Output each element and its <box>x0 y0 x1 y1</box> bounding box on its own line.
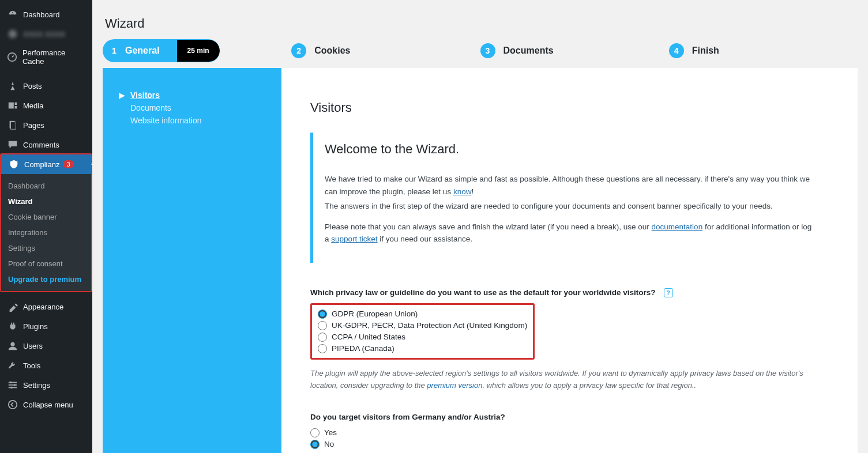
support-ticket-link[interactable]: support ticket <box>331 235 377 243</box>
sidebar-item-comments[interactable]: Comments <box>0 135 92 154</box>
radio-label: Yes <box>324 428 337 437</box>
radio-label: UK-GDPR, PECR, Data Protection Act (Unit… <box>332 321 527 330</box>
radio-input[interactable] <box>318 333 327 342</box>
wizard-subnav: ▶ Visitors Documents Website information <box>103 68 281 453</box>
sidebar-label: Performance Cache <box>22 48 85 66</box>
sidebar-item-collapse[interactable]: Collapse menu <box>0 395 92 414</box>
welcome-title: Welcome to the Wizard. <box>325 142 815 157</box>
sidebar-label: Tools <box>23 361 40 370</box>
collapse-icon <box>7 399 18 410</box>
radio-label: CCPA / United States <box>332 333 405 341</box>
sidebar-label: Pages <box>23 121 44 130</box>
sidebar-item-performance[interactable]: Performance Cache <box>0 44 92 70</box>
radio-ukgdpr[interactable]: UK-GDPR, PECR, Data Protection Act (Unit… <box>318 320 527 331</box>
svg-point-14 <box>9 401 17 409</box>
sidebar-item-posts[interactable]: Posts <box>0 76 92 96</box>
step-documents[interactable]: 3 Documents <box>480 43 669 58</box>
svg-rect-2 <box>9 103 14 109</box>
submenu-dashboard[interactable]: Dashboard <box>1 178 91 194</box>
step-label: General <box>122 46 171 56</box>
submenu-integrations[interactable]: Integrations <box>1 225 91 240</box>
subnav-website-info[interactable]: Website information <box>119 114 265 127</box>
radio-input[interactable] <box>310 428 320 437</box>
sidebar-item-blurred[interactable]: XXXX XXXX <box>0 24 92 44</box>
welcome-p1: We have tried to make our Wizard as simp… <box>325 173 815 198</box>
help-icon[interactable]: ? <box>664 288 673 297</box>
chevron-right-icon: ▶ <box>119 90 127 100</box>
subnav-visitors[interactable]: ▶ Visitors <box>119 89 265 101</box>
subnav-label: Visitors <box>130 90 160 100</box>
welcome-p3: Please note that you can always save and… <box>325 221 815 246</box>
wizard-content: Visitors Welcome to the Wizard. We have … <box>281 68 858 453</box>
germany-options: Yes No <box>310 427 829 450</box>
privacy-law-hint: The plugin will apply the above-selected… <box>310 368 829 392</box>
step-number: 4 <box>669 43 684 58</box>
svg-point-11 <box>10 382 12 384</box>
radio-gdpr[interactable]: GDPR (European Union) <box>318 308 527 320</box>
submenu-wizard[interactable]: Wizard <box>1 194 91 209</box>
radio-input[interactable] <box>318 344 327 353</box>
radio-label: No <box>324 440 334 448</box>
svg-point-7 <box>10 342 14 346</box>
radio-input[interactable] <box>310 440 320 449</box>
sidebar-item-dashboard[interactable]: Dashboard <box>0 5 92 24</box>
wizard-steps: 1 General 25 min 2 Cookies 3 Documents 4… <box>103 39 858 62</box>
shield-icon <box>8 159 20 169</box>
know-link[interactable]: know <box>453 187 472 196</box>
submenu-settings[interactable]: Settings <box>1 240 91 256</box>
sidebar-label: Plugins <box>23 322 48 331</box>
radio-ccpa[interactable]: CCPA / United States <box>318 331 527 343</box>
step-number: 1 <box>107 43 122 58</box>
subnav-documents[interactable]: Documents <box>119 101 265 114</box>
radio-yes[interactable]: Yes <box>310 427 829 439</box>
sidebar-label: Posts <box>23 82 42 90</box>
sidebar-item-plugins[interactable]: Plugins <box>0 316 92 336</box>
step-label: Cookies <box>314 46 350 56</box>
svg-point-12 <box>14 384 16 386</box>
submenu-proof[interactable]: Proof of consent <box>1 256 91 271</box>
radio-label: PIPEDA (Canada) <box>332 344 394 353</box>
svg-rect-6 <box>10 122 16 130</box>
radio-input[interactable] <box>318 309 327 319</box>
sidebar-label: XXXX XXXX <box>23 30 65 39</box>
content-heading: Visitors <box>310 100 829 115</box>
radio-pipeda[interactable]: PIPEDA (Canada) <box>318 343 527 354</box>
sidebar-item-users[interactable]: Users <box>0 336 92 356</box>
privacy-law-options: GDPR (European Union) UK-GDPR, PECR, Dat… <box>310 303 535 360</box>
sidebar-item-appearance[interactable]: Appearance <box>0 297 92 316</box>
complianz-submenu: Dashboard Wizard Cookie banner Integrati… <box>1 174 91 291</box>
sidebar-label: Appearance <box>23 303 63 311</box>
sidebar-label: Media <box>23 101 43 110</box>
sidebar-label: Settings <box>23 381 50 390</box>
sidebar-label: Dashboard <box>23 10 60 19</box>
submenu-upgrade[interactable]: Upgrade to premium <box>1 271 91 287</box>
sidebar-label: Collapse menu <box>23 401 73 409</box>
sidebar-label: Comments <box>23 141 59 149</box>
radio-label: GDPR (European Union) <box>332 309 418 318</box>
welcome-box: Welcome to the Wizard. We have tried to … <box>310 133 829 263</box>
highlight-complianz: Complianz 3 Dashboard Wizard Cookie bann… <box>0 153 92 292</box>
sidebar-item-complianz[interactable]: Complianz 3 <box>1 154 91 174</box>
question-germany: Do you target visitors from Germany and/… <box>310 413 829 421</box>
sidebar-item-media[interactable]: Media <box>0 96 92 115</box>
sidebar-label: Users <box>23 342 43 350</box>
premium-link[interactable]: premium version <box>427 381 482 390</box>
sidebar-item-pages[interactable]: Pages <box>0 115 92 135</box>
step-cookies[interactable]: 2 Cookies <box>291 43 480 58</box>
main-content: Wizard 1 General 25 min 2 Cookies 3 Docu… <box>92 0 868 453</box>
page-title: Wizard <box>105 16 858 31</box>
subnav-label: Website information <box>130 116 201 125</box>
radio-input[interactable] <box>318 321 327 330</box>
step-label: Documents <box>503 46 554 56</box>
sidebar-item-tools[interactable]: Tools <box>0 356 92 375</box>
badge-count: 3 <box>63 160 73 168</box>
documentation-link[interactable]: documentation <box>652 222 703 231</box>
step-time: 25 min <box>177 40 220 62</box>
step-general[interactable]: 1 General 25 min <box>103 39 291 62</box>
step-label: Finish <box>692 46 719 56</box>
sidebar-item-settings[interactable]: Settings <box>0 375 92 395</box>
submenu-cookie-banner[interactable]: Cookie banner <box>1 209 91 225</box>
step-number: 2 <box>291 43 306 58</box>
step-finish[interactable]: 4 Finish <box>669 43 858 58</box>
radio-no[interactable]: No <box>310 439 829 450</box>
